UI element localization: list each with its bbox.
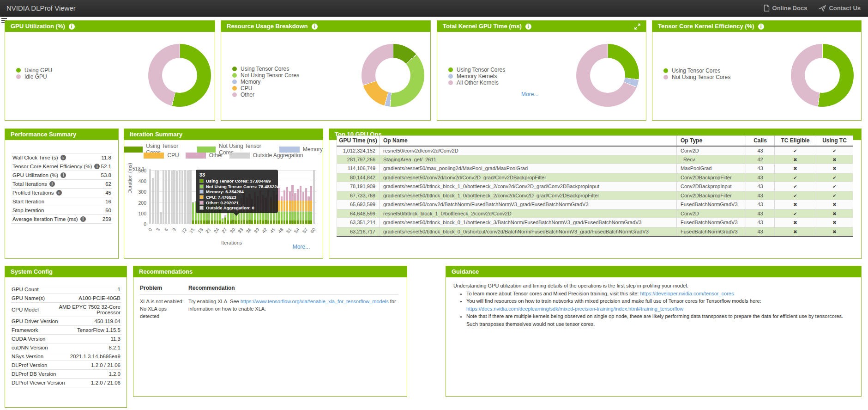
bar-segment <box>230 212 232 220</box>
using-tc-cell: ✖ <box>816 209 853 218</box>
table-row[interactable]: 281,797,266StagingArea_get/_2611_Recv42✖… <box>337 155 853 164</box>
iteration-bar[interactable] <box>224 215 226 224</box>
iteration-bar[interactable] <box>176 171 178 224</box>
iteration-bar[interactable] <box>152 178 154 224</box>
tooltip-pointer <box>234 213 239 216</box>
info-icon[interactable]: i <box>49 181 55 187</box>
info-icon[interactable]: i <box>60 155 66 160</box>
contact-us-link[interactable]: Contact Us <box>819 5 861 12</box>
tooltip-row: Other: 0.292021 <box>199 200 274 205</box>
config-label: Framework <box>12 327 38 333</box>
bar-segment <box>184 170 186 224</box>
iteration-bar[interactable] <box>289 191 291 224</box>
iteration-bar[interactable] <box>297 189 299 224</box>
cross-icon: ✖ <box>832 220 836 225</box>
iteration-bar[interactable] <box>278 188 280 224</box>
iteration-summary-header: Iteration Summary <box>124 129 323 140</box>
donut-chart[interactable] <box>362 44 424 107</box>
table-row[interactable]: 67,733,768gradients/resnet50/btlnck_bloc… <box>337 191 853 200</box>
gpu-time-cell: 114,106,749 <box>337 164 380 173</box>
tc-eligible-cell: ✔ <box>775 209 816 218</box>
donut-chart[interactable] <box>576 44 639 107</box>
iteration-bar[interactable] <box>302 192 304 224</box>
bar-segment <box>205 220 207 224</box>
guidance-link[interactable]: https://developer.nvidia.com/tensor_core… <box>640 291 734 296</box>
iteration-bar[interactable] <box>283 190 285 225</box>
iteration-bar[interactable] <box>281 196 283 225</box>
iteration-bar[interactable] <box>179 170 181 224</box>
op-name-cell: gradients/resnet50/btlnck_block_0_0/shor… <box>380 227 677 236</box>
table-row[interactable]: 114,106,749gradients/resnet50/max_poolin… <box>337 164 853 173</box>
online-docs-link[interactable]: Online Docs <box>764 5 808 12</box>
legend-label: Memory Kernels <box>457 73 497 80</box>
ops-column-header[interactable]: GPU Time (ns) <box>337 136 380 146</box>
info-icon[interactable]: i <box>56 190 62 196</box>
table-row[interactable]: 63,216,717gradients/resnet50/btlnck_bloc… <box>337 227 853 236</box>
info-icon[interactable]: i <box>60 172 66 178</box>
guidance-bullet: Note that if there are multiple kernels … <box>466 312 850 328</box>
table-row[interactable]: 78,191,909gradients/resnet50/btlnck_bloc… <box>337 182 853 191</box>
iteration-bar[interactable] <box>189 170 191 224</box>
info-icon[interactable]: i <box>525 24 531 30</box>
donut-chart[interactable] <box>791 44 854 107</box>
info-icon[interactable]: i <box>80 216 86 222</box>
info-icon[interactable]: i <box>758 24 764 30</box>
bar-segment <box>198 220 199 224</box>
iteration-bar[interactable] <box>310 186 312 224</box>
iteration-bar[interactable] <box>149 169 151 224</box>
iteration-bar[interactable] <box>307 196 309 225</box>
table-row[interactable]: 63,351,214gradients/resnet50/btlnck_bloc… <box>337 218 853 227</box>
bar-segment <box>300 201 301 211</box>
iteration-bar[interactable] <box>286 187 288 224</box>
calls-cell: 43 <box>746 173 775 182</box>
config-row: GPU Name(s)A100-PCIE-40GB <box>11 294 121 303</box>
table-row[interactable]: 65,693,599gradients/resnet50/conv2d/Batc… <box>337 200 853 209</box>
iteration-bar[interactable] <box>313 170 315 224</box>
bar-segment <box>302 212 304 220</box>
iteration-bar[interactable] <box>160 212 162 224</box>
ops-column-header[interactable]: Using TC <box>816 136 853 146</box>
legend-label: Using GPU <box>24 67 52 73</box>
op-name-cell: resnet50/btlnck_block_1_0/bottleneck_2/c… <box>380 209 677 218</box>
iteration-bar[interactable] <box>291 185 293 224</box>
iteration-bar[interactable] <box>192 202 194 224</box>
iteration-bar[interactable] <box>168 170 170 224</box>
bar-segment <box>283 212 285 220</box>
info-icon[interactable]: i <box>69 24 75 30</box>
info-icon[interactable]: i <box>94 164 100 169</box>
ops-column-header[interactable]: Op Type <box>677 136 746 146</box>
iteration-bar[interactable] <box>171 171 173 224</box>
donut-more-link[interactable]: More... <box>521 91 538 98</box>
iteration-bar[interactable] <box>163 170 164 224</box>
op-type-cell: Conv2D <box>677 209 746 218</box>
iteration-bar[interactable] <box>157 171 159 224</box>
performance-summary-table: Wall Clock Time (s)i11.8Tensor Core Kern… <box>12 153 112 224</box>
iteration-bar[interactable] <box>187 171 188 224</box>
table-row[interactable]: 64,648,599resnet50/btlnck_block_1_0/bott… <box>337 209 853 218</box>
y-tick-label: 100 <box>131 211 146 216</box>
iteration-bar[interactable] <box>173 170 175 224</box>
table-row[interactable]: 1,012,324,152resnet50/conv2d/conv2d/Conv… <box>337 146 853 155</box>
ops-column-header[interactable]: TC Eligible <box>775 136 816 146</box>
recommendation-link[interactable]: https://www.tensorflow.org/xla#enable_xl… <box>241 299 389 304</box>
iteration-bar[interactable] <box>184 170 186 224</box>
iteration-bar[interactable] <box>300 186 301 224</box>
table-row[interactable]: 80,144,842gradients/resnet50/conv2d/conv… <box>337 173 853 182</box>
donut-legend: Using Tensor CoresNot Using Tensor Cores <box>663 67 730 80</box>
iteration-bar[interactable] <box>165 171 167 224</box>
tooltip-color-chip <box>199 179 204 183</box>
info-icon[interactable]: i <box>312 24 318 30</box>
ops-column-header[interactable]: Op Name <box>380 136 677 146</box>
iteration-bar[interactable] <box>155 170 157 224</box>
top-ops-table[interactable]: GPU Time (ns)Op NameOp TypeCallsTC Eligi… <box>337 135 853 237</box>
ops-column-header[interactable]: Calls <box>746 136 775 146</box>
donut-chart[interactable] <box>148 44 211 107</box>
iteration-bar[interactable] <box>181 171 183 224</box>
bar-segment <box>286 220 288 224</box>
iteration-bar[interactable] <box>222 218 223 224</box>
iteration-bar[interactable] <box>294 193 296 224</box>
iteration-bar[interactable] <box>305 188 307 224</box>
iteration-more-link[interactable]: More... <box>293 244 310 250</box>
guidance-link[interactable]: https://docs.nvidia.com/deeplearning/sdk… <box>466 306 683 312</box>
expand-icon[interactable] <box>634 24 640 30</box>
